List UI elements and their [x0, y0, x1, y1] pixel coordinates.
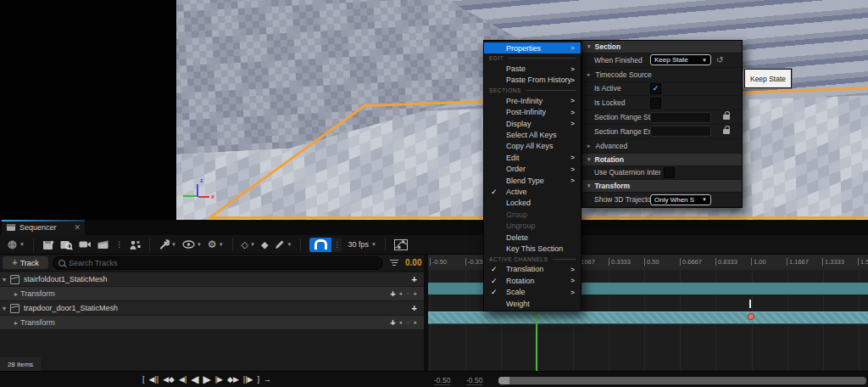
render-movie-button[interactable] — [97, 239, 109, 250]
menu-item-blend-type[interactable]: Blend Type> — [484, 175, 581, 186]
add-track-button[interactable]: +Track — [3, 256, 48, 269]
tab-title: Sequencer — [19, 223, 57, 232]
browse-sequence-button[interactable] — [60, 239, 73, 250]
menu-item-active[interactable]: ✓Active — [484, 186, 581, 197]
loop-mode-button[interactable]: → — [264, 374, 271, 385]
menu-item-weight[interactable]: Weight — [484, 298, 581, 309]
search-tracks-input[interactable]: Search Tracks — [53, 256, 383, 270]
when-finished-dropdown[interactable]: Keep State▼ — [650, 54, 711, 65]
playback-end-bracket-button[interactable]: ] — [257, 374, 259, 385]
expand-caret-icon[interactable]: ▾ — [0, 305, 8, 312]
track-row-transform[interactable]: ▸ Transform + ◂ ◦ ▸ — [0, 316, 424, 330]
key-navigation-icons[interactable]: ◂ ◦ ▸ — [399, 319, 419, 326]
key-navigation-icons[interactable]: ◂ ◦ ▸ — [399, 290, 419, 297]
playback-options-button[interactable]: ⚙▼ — [208, 239, 224, 250]
chevron-down-icon: ▼ — [19, 242, 25, 247]
menu-item-post-infinity[interactable]: Post-Infinity> — [484, 107, 581, 118]
menu-item-scale[interactable]: ✓Scale> — [484, 286, 581, 297]
save-button[interactable] — [42, 239, 54, 250]
category-section[interactable]: ▾Section — [582, 41, 742, 53]
auto-key-button[interactable]: ◆ — [261, 240, 268, 250]
range-end-input[interactable] — [650, 126, 711, 137]
add-section-icon[interactable]: + — [412, 303, 417, 313]
step-back-button[interactable]: ◀| — [179, 374, 186, 385]
current-time-display[interactable]: 0.00 — [405, 258, 421, 267]
selected-keyframe-icon[interactable] — [748, 313, 754, 320]
track-row-object[interactable]: ▾ stairfoldout1_StaticMesh + — [0, 272, 424, 287]
playback-start-bracket-button[interactable]: [ — [142, 374, 145, 385]
working-range-start-field[interactable]: -0.50 — [466, 376, 482, 385]
submenu-arrow-icon: > — [570, 109, 575, 116]
menu-item-paste-from-history[interactable]: Paste From History> — [484, 75, 581, 86]
menu-item-copy-all-keys[interactable]: Copy All Keys — [484, 141, 581, 152]
prop-timecode-source[interactable]: ▸Timecode Source — [582, 68, 742, 82]
add-key-icon[interactable]: + — [390, 317, 395, 328]
more-options-dots-icon[interactable]: ⋮ — [115, 241, 123, 249]
trajectory-dropdown[interactable]: Only When S▼ — [650, 194, 711, 205]
edit-options-button[interactable]: ▼ — [274, 239, 292, 250]
gizmo-z-axis[interactable] — [197, 184, 198, 197]
quaternion-checkbox[interactable] — [664, 167, 675, 178]
wrench-settings-button[interactable]: ▼ — [159, 239, 176, 250]
snap-options-dots-icon[interactable]: ⋮ — [331, 238, 342, 252]
filter-icon[interactable] — [390, 260, 398, 266]
menu-item-pre-infinity[interactable]: Pre-Infinity> — [484, 95, 581, 106]
menu-item-key-this-section[interactable]: Key This Section — [484, 243, 581, 254]
camera-button[interactable] — [79, 239, 92, 250]
category-rotation[interactable]: ▾Rotation — [582, 154, 742, 166]
next-key-button[interactable]: ◆▶ — [227, 374, 239, 385]
track-row-object[interactable]: ▾ trapdoor_door1_StaticMesh + — [0, 301, 424, 316]
is-locked-checkbox[interactable] — [650, 98, 661, 109]
range-start-input[interactable] — [650, 112, 711, 123]
fps-selector[interactable]: 30 fps▼ — [348, 240, 376, 249]
step-forward-button[interactable]: |▶ — [215, 374, 223, 385]
play-button[interactable]: ▶ — [203, 374, 210, 385]
gizmo-y-axis[interactable] — [183, 195, 197, 197]
track-row-transform[interactable]: ▸ Transform + ◂ ◦ ▸ — [0, 287, 424, 301]
curve-editor-button[interactable] — [394, 239, 408, 250]
menu-item-edit[interactable]: Edit> — [484, 152, 581, 163]
sequencer-toolbar: ▼ ⋮ ▼ ▼ ⚙▼ ◇▼ ◆ ▼ ⋮ 30 fps▼ — [0, 235, 868, 255]
add-key-icon[interactable]: + — [390, 289, 395, 299]
menu-item-select-all-keys[interactable]: Select All Keys — [484, 129, 581, 140]
expand-caret-icon[interactable]: ▸ — [12, 319, 20, 327]
prop-quaternion-interpolation: Use Quaternion Interpolati... — [582, 166, 742, 181]
keyframe-marker[interactable] — [749, 300, 751, 308]
snap-magnet-button[interactable] — [309, 238, 331, 252]
previous-key-button[interactable]: ◀◆ — [163, 374, 175, 385]
reset-to-default-icon[interactable]: ↺ — [716, 55, 723, 64]
section-bar-selected[interactable] — [428, 311, 868, 324]
keyframe-options-button[interactable]: ◇▼ — [242, 240, 255, 250]
category-transform[interactable]: ▾Transform — [582, 180, 742, 193]
menu-item-translation[interactable]: ✓Translation> — [484, 264, 581, 275]
menu-item-order[interactable]: Order> — [484, 164, 581, 175]
menu-item-display[interactable]: Display> — [484, 118, 581, 129]
track-name: trapdoor_door1_StaticMesh — [24, 304, 118, 312]
prop-advanced[interactable]: ▸Advanced — [582, 139, 742, 154]
view-options-button[interactable]: ▼ — [182, 240, 202, 249]
timeline-scrollbar[interactable] — [498, 377, 866, 384]
is-active-checkbox[interactable]: ✓ — [650, 83, 661, 94]
actor-sequence-button[interactable] — [129, 239, 141, 250]
scrollbar-handle[interactable] — [498, 377, 509, 384]
play-reverse-button[interactable]: ◀ — [191, 374, 198, 385]
gizmo-x-axis[interactable] — [198, 196, 209, 198]
jump-to-front-button[interactable]: ◀|| — [149, 374, 159, 385]
empty-panel — [0, 0, 176, 220]
expand-caret-icon[interactable]: ▾ — [0, 276, 8, 283]
menu-item-paste[interactable]: Paste> — [484, 63, 581, 74]
view-range-start-field[interactable]: -0.50 — [434, 376, 450, 385]
jump-to-end-button[interactable]: ||▶ — [243, 374, 253, 385]
lock-icon[interactable] — [723, 129, 730, 134]
menu-item-delete[interactable]: Delete — [484, 232, 581, 243]
menu-item-rotation[interactable]: ✓Rotation> — [484, 275, 581, 286]
world-options-button[interactable]: ▼ — [7, 239, 25, 250]
tab-sequencer[interactable]: Sequencer ✕ — [2, 220, 85, 235]
lock-icon[interactable] — [723, 115, 730, 120]
expand-caret-icon[interactable]: ▸ — [12, 290, 20, 298]
menu-item-properties[interactable]: Properties> — [484, 42, 581, 53]
add-section-icon[interactable]: + — [412, 274, 417, 284]
ruler-tick: 0.3333 — [609, 258, 631, 266]
menu-item-locked[interactable]: Locked — [484, 198, 581, 209]
tab-close-icon[interactable]: ✕ — [74, 223, 81, 232]
